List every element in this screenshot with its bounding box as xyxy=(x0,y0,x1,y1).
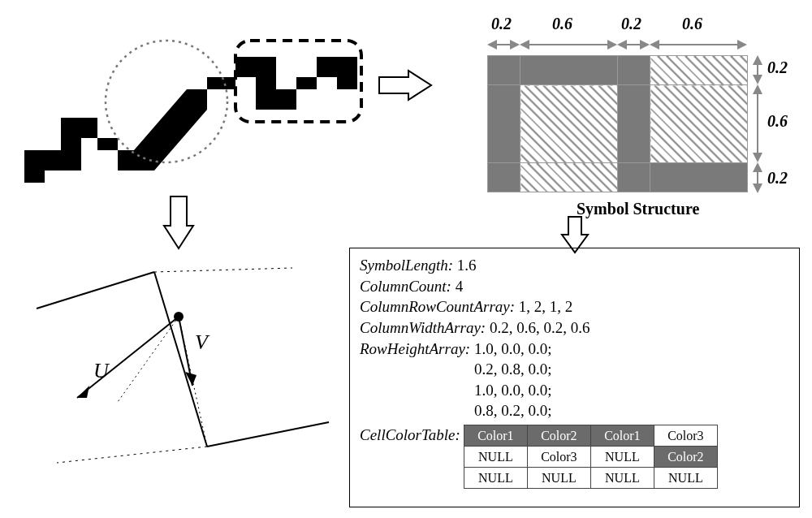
ribbon-path xyxy=(24,57,357,183)
color-table-cell: NULL xyxy=(590,447,654,468)
dim-right-1: 0.6 xyxy=(767,112,788,131)
color-table-cell: NULL xyxy=(464,447,527,468)
dim-arrows-right xyxy=(750,55,765,195)
dim-top-2: 0.2 xyxy=(621,15,641,33)
arrow-down-icon xyxy=(162,195,195,255)
prop-symbol-length: SymbolLength: 1.6 xyxy=(360,255,789,276)
ribbon-svg xyxy=(16,24,365,211)
dim-right-0: 0.2 xyxy=(767,58,788,77)
prop-row-height-3: RowHeightArray: 0.8, 0.2, 0.0; xyxy=(360,400,789,421)
dim-top-0: 0.2 xyxy=(491,15,512,33)
dim-top-3: 0.6 xyxy=(682,15,702,33)
color-table-cell: Color2 xyxy=(527,425,590,447)
prop-column-count: ColumnCount: 4 xyxy=(360,276,789,297)
color-table-cell: NULL xyxy=(654,468,717,489)
symbol-structure: 0.2 0.6 0.2 0.6 xyxy=(447,15,788,234)
color-table-cell: NULL xyxy=(464,468,527,489)
diagram-root: 0.2 0.6 0.2 0.6 xyxy=(8,8,804,510)
color-table-cell: Color2 xyxy=(654,447,717,468)
color-table-cell: NULL xyxy=(590,468,654,489)
symbol-grid xyxy=(487,55,748,192)
color-table-cell: Color3 xyxy=(654,425,717,447)
cell-color-label: CellColorTable: xyxy=(360,425,460,446)
uv-detail: U V xyxy=(32,260,333,503)
color-table-cell: Color1 xyxy=(464,425,527,447)
color-table-row: Color1Color2Color1Color3 xyxy=(464,425,717,447)
prop-row-height-0: RowHeightArray: 1.0, 0.0, 0.0; xyxy=(360,339,789,360)
color-table-row: NULLColor3NULLColor2 xyxy=(464,447,717,468)
dim-top-1: 0.6 xyxy=(552,15,572,33)
dim-arrows-top xyxy=(487,37,755,52)
svg-line-8 xyxy=(77,317,179,398)
v-label: V xyxy=(195,330,210,354)
color-table-cell: NULL xyxy=(527,468,590,489)
symbol-caption: Symbol Structure xyxy=(577,200,699,218)
cell-color-table: Color1Color2Color1Color3NULLColor3NULLCo… xyxy=(464,425,718,489)
color-table-row: NULLNULLNULLNULL xyxy=(464,468,717,489)
color-table-cell: Color3 xyxy=(527,447,590,468)
prop-row-height-1: RowHeightArray: 0.2, 0.8, 0.0; xyxy=(360,359,789,380)
u-label: U xyxy=(93,359,110,382)
info-box: SymbolLength: 1.6 ColumnCount: 4 ColumnR… xyxy=(349,248,800,507)
ribbon-shape xyxy=(16,24,365,211)
uv-svg: U V xyxy=(32,260,333,503)
dim-right-2: 0.2 xyxy=(767,169,788,188)
color-table-cell: Color1 xyxy=(590,425,654,447)
prop-col-row-count: ColumnRowCountArray: 1, 2, 1, 2 xyxy=(360,296,789,317)
prop-row-height-2: RowHeightArray: 1.0, 0.0, 0.0; xyxy=(360,380,789,401)
cell-color-table-row: CellColorTable: Color1Color2Color1Color3… xyxy=(360,425,789,489)
prop-col-width: ColumnWidthArray: 0.2, 0.6, 0.2, 0.6 xyxy=(360,317,789,339)
arrow-right-icon xyxy=(378,69,434,105)
